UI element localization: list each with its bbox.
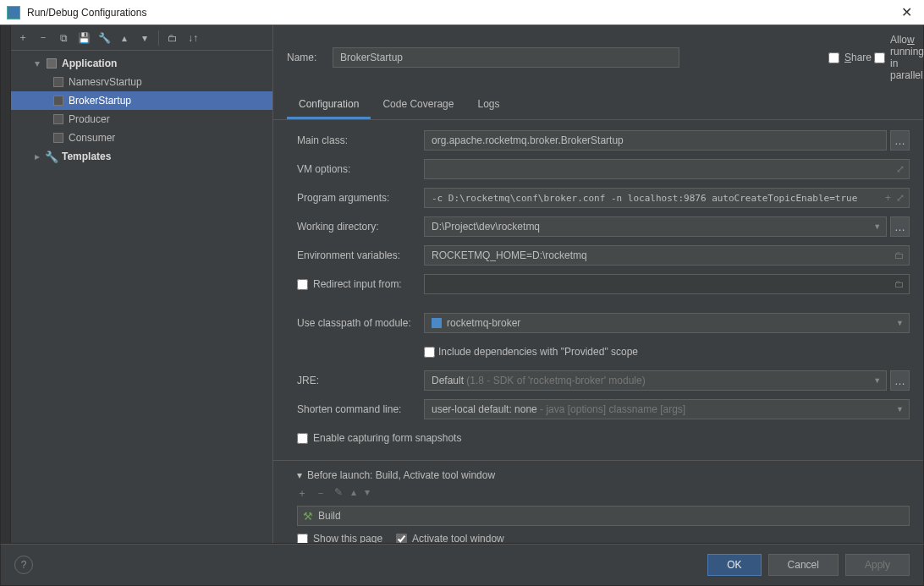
- apply-button[interactable]: Apply: [845, 554, 910, 576]
- before-launch-list-item[interactable]: ⚒ Build: [297, 506, 910, 526]
- wrench-icon[interactable]: 🔧: [97, 31, 111, 45]
- tab-coverage[interactable]: Code Coverage: [371, 91, 465, 119]
- jre-label: JRE:: [297, 375, 424, 386]
- name-input[interactable]: [333, 47, 679, 68]
- show-page-checkbox-input[interactable]: [297, 534, 308, 544]
- cancel-button[interactable]: Cancel: [768, 554, 839, 576]
- module-icon: [432, 318, 442, 328]
- tree-label: Producer: [69, 113, 110, 125]
- include-provided-checkbox[interactable]: [424, 347, 435, 358]
- browse-env-icon[interactable]: 🗀: [894, 249, 905, 261]
- build-task-label: Build: [318, 510, 341, 522]
- tree-node-templates[interactable]: ▸ 🔧 Templates: [11, 147, 272, 166]
- expand-icon: ▸: [35, 151, 45, 162]
- name-row: Name: Share Allow running in parallel: [273, 25, 923, 90]
- snapshots-checkbox[interactable]: [297, 433, 308, 444]
- content-pane: Name: Share Allow running in parallel Co…: [273, 25, 923, 543]
- hammer-icon: ⚒: [303, 510, 313, 523]
- tree-label: NamesrvStartup: [69, 76, 142, 88]
- remove-task-icon[interactable]: －: [316, 486, 326, 501]
- working-dir-label: Working directory:: [297, 221, 424, 233]
- activate-checkbox[interactable]: Activate tool window: [396, 533, 504, 543]
- remove-icon[interactable]: －: [36, 31, 50, 45]
- jre-select[interactable]: Default (1.8 - SDK of 'rocketmq-broker' …: [424, 370, 887, 391]
- chevron-down-icon: ▼: [873, 376, 881, 385]
- tree-label: Consumer: [69, 132, 115, 144]
- ok-button[interactable]: OK: [707, 554, 761, 576]
- chevron-down-icon: ▼: [896, 319, 904, 327]
- sidebar: ＋ － ⧉ 💾 🔧 ▴ ▾ 🗀 ↓↑ ▾ Application Namesrv…: [11, 25, 273, 543]
- main-class-label: Main class:: [297, 134, 424, 146]
- insert-icon[interactable]: +: [885, 192, 891, 204]
- before-launch-title: Before launch: Build, Activate tool wind…: [307, 469, 495, 481]
- down-icon[interactable]: ▾: [138, 31, 151, 45]
- parallel-checkbox[interactable]: Allow running in parallel: [874, 34, 910, 81]
- tree-label: Templates: [62, 151, 111, 162]
- up-icon[interactable]: ▴: [118, 31, 131, 45]
- parallel-checkbox-input[interactable]: [874, 52, 885, 63]
- close-icon[interactable]: ✕: [896, 4, 917, 20]
- redirect-input: [424, 274, 910, 294]
- activate-checkbox-input[interactable]: [396, 534, 407, 544]
- shorten-select[interactable]: user-local default: none - java [options…: [424, 399, 910, 419]
- vm-options-input[interactable]: [424, 159, 910, 179]
- main-class-input[interactable]: [424, 130, 887, 151]
- expand-icon: ▾: [35, 58, 45, 69]
- expand-icon[interactable]: ⤢: [896, 163, 905, 175]
- expand-icon[interactable]: ⤢: [896, 192, 905, 204]
- env-input[interactable]: [424, 245, 910, 266]
- add-task-icon[interactable]: ＋: [297, 486, 307, 501]
- browse-jre-button[interactable]: …: [890, 370, 910, 391]
- wrench-icon: 🔧: [45, 150, 58, 163]
- redirect-checkbox[interactable]: [297, 279, 308, 290]
- tree-node-consumer[interactable]: Consumer: [11, 129, 272, 147]
- program-args-label: Program arguments:: [297, 192, 424, 204]
- before-launch-toolbar: ＋ － ✎ ▴ ▾: [297, 481, 910, 506]
- browse-working-dir-button[interactable]: …: [890, 216, 910, 237]
- before-launch-header[interactable]: ▾ Before launch: Build, Activate tool wi…: [297, 469, 910, 481]
- tree-node-application[interactable]: ▾ Application: [11, 54, 272, 73]
- save-icon[interactable]: 💾: [77, 31, 91, 45]
- include-provided-label: Include dependencies with "Provided" sco…: [438, 346, 638, 358]
- program-args-input[interactable]: [424, 188, 910, 208]
- config-icon: [53, 114, 63, 124]
- separator: [158, 30, 159, 46]
- chevron-down-icon: ▼: [896, 405, 904, 413]
- tab-logs[interactable]: Logs: [465, 91, 511, 119]
- divider: [273, 460, 923, 461]
- tab-bar: Configuration Code Coverage Logs: [273, 91, 923, 120]
- tree-node-namesrv[interactable]: NamesrvStartup: [11, 73, 272, 91]
- down-task-icon[interactable]: ▾: [365, 486, 370, 501]
- folder-icon[interactable]: 🗀: [166, 31, 179, 45]
- tree-node-producer[interactable]: Producer: [11, 110, 272, 129]
- browse-redirect-icon: 🗀: [894, 278, 905, 290]
- working-dir-input[interactable]: D:\Project\dev\rocketmq▼: [424, 216, 887, 237]
- config-icon: [53, 133, 63, 143]
- tree-label: Application: [62, 58, 117, 69]
- left-gutter: [1, 25, 11, 543]
- edit-task-icon[interactable]: ✎: [334, 486, 343, 501]
- show-page-checkbox[interactable]: Show this page: [297, 533, 382, 543]
- help-button[interactable]: ?: [14, 556, 33, 574]
- titlebar: Run/Debug Configurations ✕: [0, 0, 924, 25]
- tree-node-broker[interactable]: BrokerStartup: [11, 91, 272, 110]
- config-icon: [53, 96, 63, 106]
- sort-icon[interactable]: ↓↑: [186, 31, 200, 45]
- up-task-icon[interactable]: ▴: [351, 486, 356, 501]
- share-checkbox-input[interactable]: [828, 52, 839, 63]
- share-checkbox[interactable]: Share: [828, 52, 864, 63]
- collapse-icon: ▾: [297, 469, 302, 481]
- browse-main-class-button[interactable]: …: [890, 130, 910, 151]
- redirect-label: Redirect input from:: [313, 278, 402, 290]
- add-icon[interactable]: ＋: [16, 31, 30, 45]
- bottom-bar: ? OK Cancel Apply: [0, 544, 924, 586]
- copy-icon[interactable]: ⧉: [57, 31, 70, 45]
- config-icon: [53, 77, 63, 87]
- application-icon: [47, 58, 57, 68]
- sidebar-toolbar: ＋ － ⧉ 💾 🔧 ▴ ▾ 🗀 ↓↑: [11, 25, 272, 51]
- app-icon: [7, 6, 20, 19]
- tab-configuration[interactable]: Configuration: [287, 91, 371, 119]
- config-tree: ▾ Application NamesrvStartup BrokerStart…: [11, 51, 272, 543]
- classpath-select[interactable]: rocketmq-broker ▼: [424, 313, 910, 333]
- chevron-down-icon: ▼: [873, 222, 881, 231]
